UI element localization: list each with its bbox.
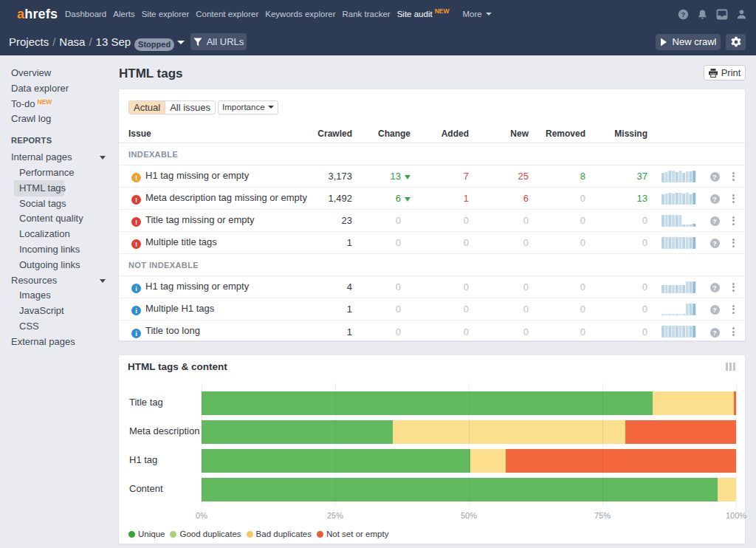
svg-text:?: ?	[681, 10, 686, 18]
